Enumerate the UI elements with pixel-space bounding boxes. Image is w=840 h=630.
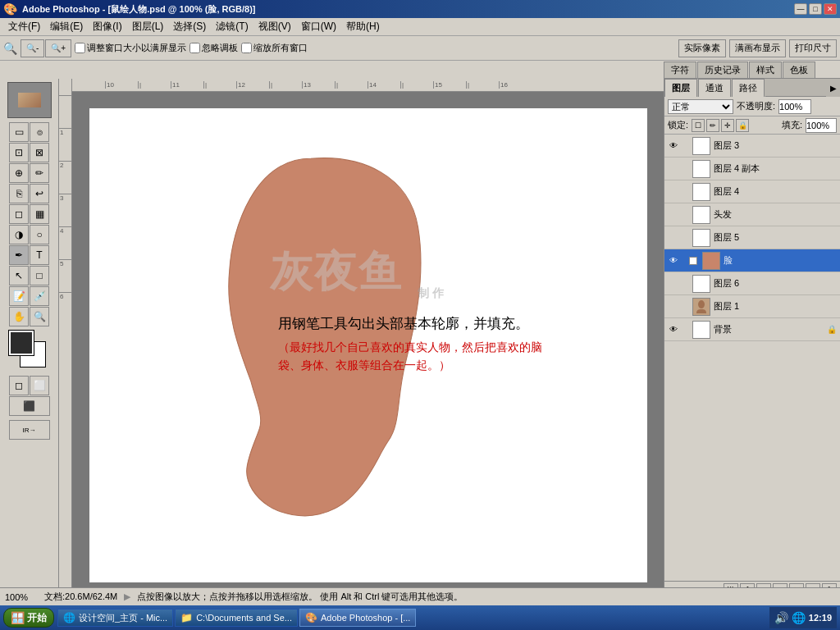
tool-row-10: ✋ 🔍 bbox=[9, 307, 49, 326]
tab-character[interactable]: 字符 bbox=[664, 62, 696, 78]
jump-to-imageready[interactable]: IR→ bbox=[9, 420, 50, 440]
zoom-in-btn[interactable]: 🔍+ bbox=[45, 39, 71, 57]
eye-icon-4copy[interactable]: 👁 bbox=[668, 163, 679, 175]
eye-icon-hair[interactable]: 👁 bbox=[668, 209, 679, 221]
fill-label: 填充: bbox=[782, 119, 802, 131]
minimize-button[interactable]: — bbox=[794, 3, 807, 15]
tool-row-5: ◻ ▦ bbox=[9, 204, 49, 224]
screen-mode[interactable]: ⬛ bbox=[9, 396, 50, 416]
gradient-tool[interactable]: ▦ bbox=[30, 204, 49, 224]
layer-item-1[interactable]: 👁 图层 1 bbox=[664, 295, 840, 318]
layer-item-4copy[interactable]: 👁 图层 4 副本 bbox=[664, 158, 840, 180]
pen-tool[interactable]: ✒ bbox=[9, 245, 29, 265]
menu-window[interactable]: 窗口(W) bbox=[296, 18, 341, 35]
eraser-tool[interactable]: ◻ bbox=[9, 204, 29, 224]
select-tool[interactable]: ▭ bbox=[9, 122, 29, 142]
menu-image[interactable]: 图像(I) bbox=[88, 18, 126, 35]
layer-name-hair: 头发 bbox=[714, 208, 837, 221]
menu-layer[interactable]: 图层(L) bbox=[127, 18, 169, 35]
resize-window-checkbox[interactable]: 调整窗口大小以满屏显示 bbox=[75, 42, 186, 54]
menu-help[interactable]: 帮助(H) bbox=[341, 18, 385, 35]
layer-item-5[interactable]: 👁 图层 5 bbox=[664, 226, 840, 249]
close-button[interactable]: ✕ bbox=[824, 3, 837, 15]
tab-history[interactable]: 历史记录 bbox=[697, 62, 748, 78]
stamp-tool[interactable]: ⎘ bbox=[9, 184, 29, 203]
fill-input[interactable] bbox=[806, 118, 837, 133]
dodge-tool[interactable]: ○ bbox=[30, 225, 49, 244]
blur-tool[interactable]: ◑ bbox=[9, 225, 29, 244]
layer-item-hair[interactable]: 👁 头发 bbox=[664, 203, 840, 226]
eye-icon-4[interactable]: 👁 bbox=[668, 186, 679, 198]
crop-tool[interactable]: ⊡ bbox=[9, 143, 29, 162]
status-bar: 100% 文档:20.6M/62.4M ▶ 点按图像以放大；点按并拖移以用选框缩… bbox=[0, 587, 840, 605]
eye-icon-5[interactable]: 👁 bbox=[668, 232, 679, 244]
ruler-left: 1 2 3 4 5 6 bbox=[59, 79, 72, 599]
fit-screen-btn[interactable]: 满画布显示 bbox=[729, 39, 786, 57]
foreground-color[interactable] bbox=[9, 331, 34, 355]
tab-channels[interactable]: 通道 bbox=[698, 79, 731, 97]
shape-tool[interactable]: □ bbox=[30, 266, 49, 285]
selection-tool[interactable]: ↖ bbox=[9, 266, 29, 285]
quick-mask-mode[interactable]: ⬜ bbox=[30, 376, 49, 395]
menu-filter[interactable]: 滤镜(T) bbox=[211, 18, 253, 35]
ignore-palette-checkbox[interactable]: 忽略调板 bbox=[189, 42, 238, 54]
lock-image-btn[interactable]: ✏ bbox=[706, 119, 719, 132]
print-size-btn[interactable]: 打印尺寸 bbox=[789, 39, 837, 57]
tool-row-1: ▭ ⌾ bbox=[9, 122, 49, 142]
blend-mode-select[interactable]: 正常 bbox=[668, 99, 733, 114]
tab-swatches[interactable]: 色板 bbox=[783, 62, 815, 78]
layer-item-face[interactable]: 👁 脸 bbox=[664, 249, 840, 272]
eye-icon-bg[interactable]: 👁 bbox=[668, 324, 679, 336]
lock-all-btn[interactable]: 🔒 bbox=[736, 119, 749, 132]
toolbar: 🔍 🔍- 🔍+ 调整窗口大小以满屏显示 忽略调板 缩放所有窗口 实际像素 满画布… bbox=[0, 36, 840, 61]
layer-item-4[interactable]: 👁 图层 4 bbox=[664, 180, 840, 203]
start-button[interactable]: 🪟 开始 bbox=[3, 608, 54, 628]
layer-list[interactable]: 👁 图层 3 👁 图层 4 副本 👁 图层 4 bbox=[664, 135, 840, 581]
history-brush[interactable]: ↩ bbox=[30, 184, 49, 203]
zoom-out-btn[interactable]: 🔍- bbox=[21, 39, 44, 57]
tab-paths[interactable]: 路径 bbox=[732, 79, 765, 97]
text-tool[interactable]: T bbox=[30, 245, 49, 265]
ruler-tick: 15 bbox=[433, 81, 466, 89]
layer-item-6[interactable]: 👁 图层 6 bbox=[664, 272, 840, 295]
taskbar-item-0[interactable]: 🌐 设计空间_主页 - Mic... bbox=[57, 609, 173, 627]
eyedropper-tool[interactable]: 💉 bbox=[30, 286, 49, 306]
taskbar-item-1[interactable]: 📁 C:\Documents and Se... bbox=[175, 609, 298, 627]
lasso-tool[interactable]: ⌾ bbox=[30, 122, 49, 142]
zoom-all-checkbox[interactable]: 缩放所有窗口 bbox=[241, 42, 308, 54]
menu-view[interactable]: 视图(V) bbox=[253, 18, 296, 35]
lock-move-btn[interactable]: ✛ bbox=[721, 119, 734, 132]
tool-row-mode: ◻ ⬜ bbox=[9, 376, 49, 395]
restore-button[interactable]: □ bbox=[809, 3, 822, 15]
healing-tool[interactable]: ⊕ bbox=[9, 163, 29, 183]
standard-mode[interactable]: ◻ bbox=[9, 376, 29, 395]
slice-tool[interactable]: ⊠ bbox=[30, 143, 49, 162]
layer-item-3[interactable]: 👁 图层 3 bbox=[664, 135, 840, 158]
ruler-v-tick: 6 bbox=[59, 292, 71, 325]
tool-row-4: ⎘ ↩ bbox=[9, 184, 49, 203]
layer-item-bg[interactable]: 👁 背景 🔒 bbox=[664, 318, 840, 341]
menu-select[interactable]: 选择(S) bbox=[168, 18, 211, 35]
tool-row-screen: ⬛ bbox=[9, 396, 50, 416]
menu-edit[interactable]: 编辑(E) bbox=[45, 18, 88, 35]
actual-pixels-btn[interactable]: 实际像素 bbox=[678, 39, 726, 57]
opacity-input[interactable] bbox=[778, 99, 811, 114]
brush-tool[interactable]: ✏ bbox=[30, 163, 49, 183]
tab-layers[interactable]: 图层 bbox=[664, 79, 697, 97]
layer-thumb-4 bbox=[692, 183, 710, 201]
eye-icon-6[interactable]: 👁 bbox=[668, 278, 679, 290]
notes-tool[interactable]: 📝 bbox=[9, 286, 29, 306]
lock-transparent-btn[interactable]: ☐ bbox=[692, 119, 705, 132]
panel-menu-btn[interactable]: ▶ bbox=[827, 79, 840, 97]
eye-icon-face[interactable]: 👁 bbox=[668, 255, 679, 267]
taskbar-item-2[interactable]: 🎨 Adobe Photoshop - [... bbox=[299, 609, 416, 627]
zoom-tool[interactable]: 🔍 bbox=[30, 307, 49, 326]
canvas-document-area[interactable]: 灰夜鱼 制作 用钢笔工具勾出头部基本轮廓，并填充。 （最好找几个自己喜欢的真实人… bbox=[72, 92, 664, 582]
eye-icon-1[interactable]: 👁 bbox=[668, 301, 679, 313]
eye-icon-3[interactable]: 👁 bbox=[668, 140, 679, 152]
tab-styles[interactable]: 样式 bbox=[749, 62, 782, 78]
layers-panel-tabs: 图层 通道 路径 ▶ bbox=[664, 79, 840, 97]
layer-thumb-1 bbox=[692, 298, 710, 316]
menu-file[interactable]: 文件(F) bbox=[3, 18, 45, 35]
hand-tool[interactable]: ✋ bbox=[9, 307, 29, 326]
